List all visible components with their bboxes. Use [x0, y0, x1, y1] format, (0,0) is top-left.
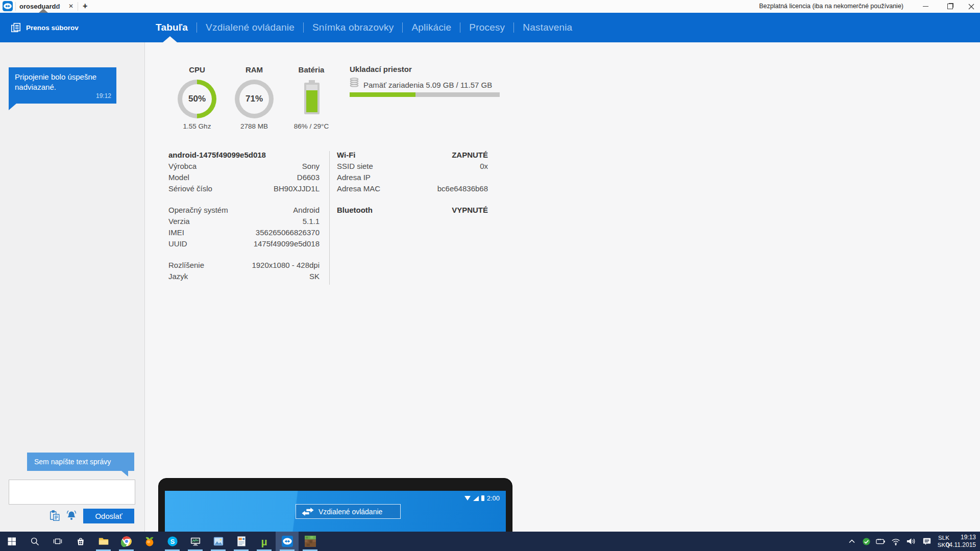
cpu-percent: 50% — [178, 80, 216, 118]
minimize-button[interactable] — [917, 0, 934, 13]
taskbar-icon-file-explorer[interactable] — [92, 532, 115, 551]
info-row: Adresa IP — [337, 172, 488, 183]
windows-logo-icon — [7, 536, 17, 546]
tray-network-icon[interactable] — [889, 532, 903, 551]
network-info-column: Wi-FiZAPNUTÉ SSID siete0x Adresa IP Adre… — [337, 149, 488, 216]
taskbar-icon-document[interactable] — [230, 532, 253, 551]
phone-clock: 2:00 — [487, 494, 500, 502]
minecraft-icon — [305, 536, 316, 547]
send-button[interactable]: Odoslať — [83, 509, 134, 523]
bluetooth-row: BluetoothVYPNUTÉ — [337, 205, 488, 216]
chat-message-text: Pripojenie bolo úspešne nadviazané. — [15, 72, 96, 91]
close-button[interactable] — [963, 0, 980, 13]
file-transfer-button[interactable]: Prenos súborov — [10, 13, 79, 42]
phone-signal-icon — [473, 496, 479, 501]
system-monitor-icon — [190, 536, 201, 547]
phone-battery-icon — [481, 495, 484, 501]
tray-sync-app[interactable] — [859, 532, 873, 551]
battery-label: Batéria — [292, 65, 331, 74]
toast-label: Vzdialené ovládanie — [318, 508, 382, 516]
info-row: UUID1475f49099e5d018 — [168, 238, 320, 249]
taskbar-icon-fl-studio[interactable] — [138, 532, 161, 551]
info-row: VýrobcaSony — [168, 161, 320, 172]
storage-bar — [350, 92, 500, 97]
license-text: Bezplatná licencia (iba na nekomerčné po… — [759, 0, 903, 13]
task-view-button[interactable] — [46, 532, 69, 551]
taskbar-icon-teamviewer[interactable] — [276, 532, 299, 551]
skype-icon: S — [167, 536, 178, 547]
tab-separator — [15, 2, 16, 11]
ram-percent: 71% — [235, 80, 274, 118]
tab-applications[interactable]: Aplikácie — [403, 22, 460, 33]
info-row: Verzia5.1.1 — [168, 216, 320, 227]
taskbar-icon-store[interactable] — [69, 532, 92, 551]
info-row: JazykSK — [168, 271, 320, 282]
battery-fill — [306, 90, 317, 112]
info-row: Adresa MACbc6e64836b68 — [337, 183, 488, 194]
sync-check-icon — [862, 537, 871, 546]
tab-remote-control[interactable]: Vzdialené ovládanie — [197, 22, 303, 33]
chat-input[interactable] — [9, 480, 135, 505]
active-nav-notch — [163, 36, 177, 42]
taskbar-icon-utorrent[interactable]: µ — [253, 532, 276, 551]
taskbar-icon-skype[interactable]: S — [161, 532, 184, 551]
taskbar-icon-system-monitor[interactable] — [184, 532, 207, 551]
close-icon — [968, 4, 974, 10]
phone-wifi-icon — [464, 496, 471, 500]
info-row: SSID siete0x — [337, 161, 488, 172]
info-row: Rozlíšenie1920x1080 - 428dpi — [168, 260, 320, 271]
storage-title: Ukladací priestor — [350, 65, 412, 73]
file-transfer-label: Prenos súborov — [26, 24, 79, 32]
taskbar: S — [0, 532, 980, 551]
restore-button[interactable] — [941, 0, 959, 13]
utorrent-icon: µ — [261, 536, 267, 547]
clipboard-icon[interactable] — [49, 510, 60, 522]
taskbar-icon-chrome[interactable] — [115, 532, 138, 551]
ram-detail: 2788 MB — [224, 122, 285, 130]
teamviewer-window: oroseduardd ☆ ✕ + Bezplatná licencia (ib… — [0, 0, 980, 551]
cpu-label: CPU — [178, 65, 216, 74]
tray-expand-button[interactable] — [845, 532, 859, 551]
ram-gauge: 71% — [235, 80, 274, 118]
storage-label: Pamäť zariadenia 5.09 GB / 11.57 GB — [363, 81, 492, 89]
double-arrow-icon — [302, 508, 314, 516]
task-view-icon — [53, 536, 63, 546]
tab-dashboard[interactable]: Tabuľa — [147, 22, 197, 33]
buzz-bell-icon[interactable] — [65, 509, 78, 522]
fl-studio-icon — [144, 536, 155, 547]
tab-settings[interactable]: Nastavenia — [514, 22, 581, 33]
new-tab-button[interactable]: + — [83, 0, 87, 13]
battery-plug-icon — [876, 538, 886, 545]
info-row: ModelD6603 — [168, 172, 320, 183]
info-row: Operačný systémAndroid — [168, 205, 320, 216]
nav-bar: Prenos súborov Tabuľa Vzdialené ovládani… — [0, 13, 980, 42]
device-title: android-1475f49099e5d018 — [168, 149, 266, 161]
favorite-star-icon[interactable]: ☆ — [54, 0, 61, 13]
cpu-detail: 1.55 Ghz — [166, 122, 228, 130]
chat-message-time: 19:12 — [96, 91, 111, 101]
taskbar-icon-photos[interactable] — [207, 532, 230, 551]
tray-battery-icon[interactable] — [873, 532, 889, 551]
taskbar-icon-minecraft[interactable] — [299, 532, 322, 551]
action-center-button[interactable] — [919, 532, 935, 551]
tab-screenshot[interactable]: Snímka obrazovky — [304, 22, 403, 33]
storage-disk-icon — [349, 77, 359, 87]
chrome-icon — [121, 536, 132, 547]
tray-volume-icon[interactable] — [903, 532, 918, 551]
chat-message-bubble: Pripojenie bolo úspešne nadviazané. 19:1… — [9, 67, 116, 104]
chat-input-tooltip: Sem napíšte text správy — [27, 453, 134, 471]
ram-label: RAM — [235, 65, 274, 74]
taskbar-clock[interactable]: 19:13 04.11.2015 — [946, 532, 976, 551]
phone-status-bar: 2:00 — [464, 494, 500, 502]
cpu-gauge: 50% — [178, 80, 216, 118]
clock-date: 04.11.2015 — [946, 541, 976, 549]
start-button[interactable] — [0, 532, 23, 551]
chat-tooltip-tail — [121, 471, 128, 477]
taskbar-search-button[interactable] — [23, 532, 46, 551]
info-row: IMEI356265066826370 — [168, 227, 320, 238]
office-document-icon — [236, 536, 247, 547]
remote-control-toast: Vzdialené ovládanie — [296, 504, 401, 519]
battery-detail: 86% / 29°C — [281, 122, 342, 130]
tab-close-icon[interactable]: ✕ — [68, 0, 74, 13]
tab-processes[interactable]: Procesy — [460, 22, 513, 33]
